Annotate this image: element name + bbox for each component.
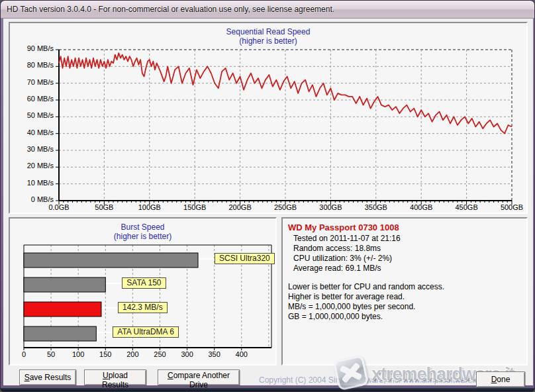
hdtach-window: HD Tach version 3.0.4.0 - For non-commer… (0, 0, 535, 392)
burst-chart-subtitle: (higher is better) (10, 232, 275, 241)
y-tick-label: 50 MB/s (10, 111, 54, 120)
bar-label-connector (97, 332, 113, 333)
y-tick-label: 90 MB/s (10, 44, 54, 53)
sequential-chart-title: Sequential Read Speed (10, 27, 526, 36)
note-line: Higher is better for average read. (288, 292, 522, 302)
bar-value-label: SATA 150 (122, 277, 166, 289)
burst-bar-0 (24, 253, 198, 268)
burst-bar-1 (24, 277, 105, 292)
sequential-read-panel: Sequential Read Speed (higher is better)… (9, 22, 528, 214)
y-tick-label: 20 MB/s (10, 162, 54, 170)
burst-x-tick-label: 400 (223, 350, 260, 359)
tested-on: Tested on 2011-11-07 at 21:16 (288, 234, 522, 244)
note-line: GB = 1,000,000,000 bytes. (288, 312, 522, 322)
sequential-read-chart (55, 48, 513, 206)
cpu-utilization: CPU utilization: 3% (+/- 2%) (288, 254, 522, 264)
client-area: Sequential Read Speed (higher is better)… (3, 19, 533, 385)
bar-label-connector (102, 307, 118, 309)
results-text: WD My Passport 0730 1008 Tested on 2011-… (288, 222, 522, 322)
window-title: HD Tach version 3.0.4.0 - For non-commer… (7, 1, 334, 18)
upload-results-button[interactable]: Upload Results (84, 369, 146, 385)
y-tick-label: 80 MB/s (10, 61, 54, 70)
y-tick-label: 70 MB/s (10, 78, 54, 87)
sequential-chart-subtitle: (higher is better) (10, 36, 526, 46)
burst-chart-title: Burst Speed (10, 222, 275, 232)
burst-bar-3 (24, 326, 96, 341)
note-line: Lower is better for CPU and random acces… (288, 282, 522, 292)
y-tick-label: 60 MB/s (10, 95, 54, 103)
notes-block: Lower is better for CPU and random acces… (288, 282, 522, 322)
bar-value-label: 142.3 MB/s (118, 302, 168, 313)
y-tick-label: 10 MB/s (10, 179, 54, 187)
title-bar[interactable]: HD Tach version 3.0.4.0 - For non-commer… (1, 1, 534, 19)
bar-value-label: SCSI Ultra320 (215, 253, 275, 264)
average-read: Average read: 69.1 MB/s (288, 264, 522, 273)
save-results-button[interactable]: Save Results (19, 369, 76, 385)
bar-value-label: ATA UltraDMA 6 (113, 326, 179, 338)
copyright-text: Copyright (C) 2004 Simpli Software, Inc.… (259, 375, 489, 385)
bar-label-connector (199, 258, 215, 260)
bar-label-connector (106, 283, 122, 284)
random-access: Random access: 18.8ms (288, 244, 522, 254)
y-tick-label: 30 MB/s (10, 145, 54, 154)
burst-bar-2 (24, 302, 101, 317)
compare-another-drive-button[interactable]: Compare Another Drive (158, 369, 240, 385)
results-panel: WD My Passport 0730 1008 Tested on 2011-… (281, 217, 528, 366)
burst-speed-panel: Burst Speed (higher is better) SCSI Ultr… (9, 217, 277, 366)
y-tick-label: 40 MB/s (10, 128, 54, 137)
done-button[interactable]: Done (476, 371, 525, 387)
note-line: MB/s = 1,000,000 bytes per second. (288, 302, 522, 312)
drive-name: WD My Passport 0730 1008 (288, 222, 522, 232)
window-bottom-edge (1, 388, 534, 391)
